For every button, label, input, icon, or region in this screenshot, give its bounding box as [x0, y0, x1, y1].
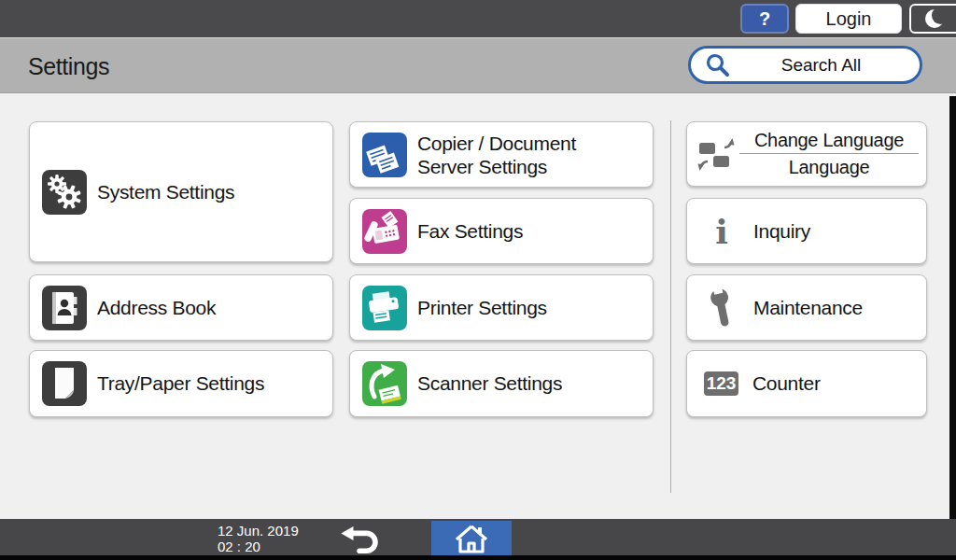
tile-inquiry[interactable]: i Inquiry	[686, 198, 927, 264]
crescent-moon-icon	[923, 5, 949, 33]
fax-machine-icon	[362, 209, 407, 254]
inquiry-info-icon: i	[704, 215, 739, 248]
tile-label: Inquiry	[753, 220, 810, 243]
tile-label: Scanner Settings	[417, 372, 562, 395]
system-settings-gears-icon	[42, 170, 87, 215]
home-icon	[453, 523, 490, 554]
copier-documents-icon	[362, 133, 407, 177]
tile-label: Printer Settings	[417, 297, 547, 319]
screen-edge-strip	[949, 96, 956, 519]
content-area: System Settings Address Book Tray/Paper …	[0, 93, 956, 519]
printer-icon	[362, 286, 407, 330]
search-icon	[704, 51, 732, 79]
search-all-label: Search All	[732, 55, 920, 76]
counter-123-icon: 123	[704, 371, 738, 396]
tile-maintenance[interactable]: Maintenance	[686, 274, 927, 341]
tile-scanner-settings[interactable]: Scanner Settings	[349, 350, 654, 417]
tile-fax-settings[interactable]: Fax Settings	[349, 198, 654, 264]
tile-label: System Settings	[97, 181, 234, 203]
tile-label: Tray/Paper Settings	[97, 372, 264, 395]
header: Settings Search All	[0, 37, 956, 93]
bottom-bar: 12 Jun. 2019 02 : 20	[0, 519, 956, 560]
login-button-label: Login	[826, 8, 872, 30]
date-time-display: 12 Jun. 2019 02 : 20	[218, 523, 299, 554]
top-bar: ? Login	[0, 0, 956, 37]
time-text: 02 : 20	[218, 539, 299, 554]
tile-change-language[interactable]: Change Language Language	[686, 121, 927, 187]
paper-sheet-icon	[42, 361, 87, 406]
tile-label: Address Book	[97, 297, 216, 319]
change-language-icon	[696, 134, 736, 174]
settings-screen: ? Login Settings Search All	[0, 0, 956, 560]
tile-printer-settings[interactable]: Printer Settings	[349, 274, 654, 341]
bottom-edge-strip	[0, 555, 956, 560]
label-divider	[739, 153, 919, 154]
energy-saver-button[interactable]	[909, 4, 956, 34]
tile-system-settings[interactable]: System Settings	[29, 121, 333, 262]
tile-label: Copier / Document Server Settings	[417, 132, 576, 178]
tile-label: Counter	[752, 372, 821, 395]
search-all-button[interactable]: Search All	[688, 46, 922, 84]
page-title: Settings	[28, 38, 109, 94]
date-text: 12 Jun. 2019	[218, 523, 299, 539]
tile-tray-paper-settings[interactable]: Tray/Paper Settings	[29, 350, 333, 417]
login-button[interactable]: Login	[795, 4, 902, 34]
tile-label: Change Language Language	[739, 130, 919, 178]
back-button[interactable]	[334, 525, 387, 554]
tile-label: Fax Settings	[417, 220, 523, 243]
back-arrow-icon	[339, 525, 382, 554]
tile-counter[interactable]: 123 Counter	[686, 350, 927, 417]
wrench-icon	[704, 287, 739, 329]
home-button[interactable]	[431, 521, 512, 555]
tile-copier-document-server-settings[interactable]: Copier / Document Server Settings	[349, 121, 654, 188]
tile-address-book[interactable]: Address Book	[29, 274, 333, 341]
address-book-icon	[42, 286, 87, 330]
column-divider	[670, 120, 671, 493]
question-mark-icon: ?	[759, 8, 770, 30]
scanner-icon	[362, 361, 407, 406]
tile-label: Maintenance	[753, 297, 863, 319]
help-button[interactable]: ?	[740, 4, 789, 34]
